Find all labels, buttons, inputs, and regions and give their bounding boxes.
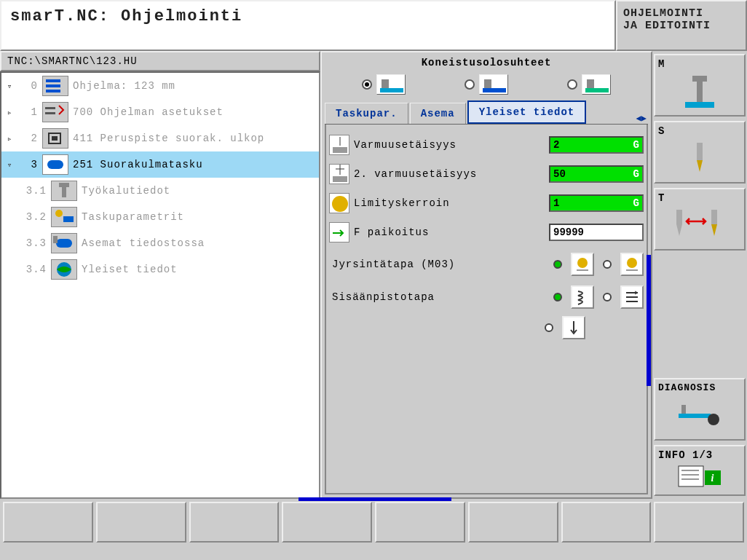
tree-toggle[interactable]: ▹ xyxy=(4,134,15,143)
tab-scroll-arrows[interactable]: ◀▶ xyxy=(635,113,648,124)
softkey-4[interactable] xyxy=(282,502,372,543)
tree-label: Ohjelma: 123 mm xyxy=(73,80,175,92)
tree-item-pocket[interactable]: ▿ 3 251 Suorakulmatasku xyxy=(1,151,319,178)
safety-dist-icon xyxy=(329,135,349,155)
svg-rect-34 xyxy=(676,210,682,224)
s-button[interactable]: S xyxy=(654,121,746,184)
svg-point-27 xyxy=(577,258,588,268)
svg-rect-6 xyxy=(52,136,58,141)
diagnosis-button[interactable]: DIAGNOSIS xyxy=(654,378,746,441)
parameter-panel: Koneistusolosuhteet Taskupar. Asema Ylei… xyxy=(320,51,652,499)
softkey-5[interactable] xyxy=(375,502,465,543)
svg-rect-33 xyxy=(697,143,703,160)
positions-icon xyxy=(51,233,77,253)
svg-rect-36 xyxy=(679,414,711,418)
svg-rect-3 xyxy=(45,107,55,109)
plunge-helix-icon[interactable] xyxy=(571,285,594,309)
milling-label: Jyrsintätapa (M03) xyxy=(329,259,549,270)
tree-item-settings[interactable]: ▹ 1 700 Ohjelman asetukset xyxy=(1,99,319,125)
milling-conv-radio[interactable] xyxy=(603,260,612,269)
tree-num: 2 xyxy=(15,133,42,144)
radio-icon xyxy=(567,79,577,90)
softkey-3[interactable] xyxy=(189,502,280,543)
svg-rect-38 xyxy=(681,405,686,414)
mode-option-1[interactable] xyxy=(362,74,406,95)
softkey-6[interactable] xyxy=(468,502,558,543)
tab-bar: Taskupar. Asema Yleiset tiedot ◀▶ xyxy=(325,100,648,125)
program-tree: ▿ 0 Ohjelma: 123 mm ▹ 1 700 Ohjelman ase… xyxy=(0,71,320,499)
tree-num: 1 xyxy=(15,106,42,118)
svg-rect-2 xyxy=(46,90,60,92)
svg-rect-4 xyxy=(45,112,55,114)
svg-rect-20 xyxy=(587,79,594,88)
svg-rect-11 xyxy=(63,216,74,222)
tree-item-datum[interactable]: ▹ 2 411 Peruspiste suorak. ulkop xyxy=(1,125,319,151)
mode-option-3[interactable] xyxy=(567,74,611,95)
plunge-vert-icon[interactable] xyxy=(562,316,585,339)
tree-label: 411 Peruspiste suorak. ulkop xyxy=(73,133,264,144)
svg-rect-19 xyxy=(585,88,609,92)
tree-label: 251 Suorakulmatasku xyxy=(73,159,203,170)
svg-rect-39 xyxy=(679,466,703,486)
tree-item-taskupar[interactable]: 3.2 Taskuparametrit xyxy=(1,204,319,230)
fpos-input[interactable]: 99999 xyxy=(549,224,644,241)
tab-taskupar[interactable]: Taskupar. xyxy=(325,103,408,124)
plunge-ramp-icon[interactable] xyxy=(620,285,644,309)
svg-rect-21 xyxy=(333,147,347,153)
tool-change-icon xyxy=(658,204,741,246)
plunge-helix-radio[interactable] xyxy=(553,293,562,301)
param-row-overlap: Limityskerroin 1 G xyxy=(329,189,644,218)
mode-option-2[interactable] xyxy=(465,74,508,95)
plunge-row-2 xyxy=(329,312,644,343)
svg-point-26 xyxy=(332,196,348,212)
t-button[interactable]: T xyxy=(654,188,746,251)
tab-yleiset[interactable]: Yleiset tiedot xyxy=(467,100,587,124)
svg-rect-23 xyxy=(333,176,347,182)
g-suffix: G xyxy=(633,168,639,180)
softkey-1[interactable] xyxy=(3,502,93,543)
milling-climb-icon[interactable] xyxy=(571,253,594,276)
tree-item-tool[interactable]: 3.1 Työkalutiedot xyxy=(1,178,319,204)
value-text: 99999 xyxy=(553,226,584,238)
safety-dist-input[interactable]: 2 G xyxy=(549,136,644,154)
softkey-7[interactable] xyxy=(561,502,652,543)
mode-button[interactable]: OHJELMOINTI JA EDITOINTI xyxy=(616,0,747,51)
softkey-2[interactable] xyxy=(96,502,186,543)
plunge-vert-radio[interactable] xyxy=(545,323,553,332)
s-label: S xyxy=(658,125,741,137)
milling-climb-radio[interactable] xyxy=(553,260,562,269)
tab-asema[interactable]: Asema xyxy=(410,103,466,124)
info-button[interactable]: INFO 1/3 i xyxy=(654,445,746,496)
tree-item-program[interactable]: ▿ 0 Ohjelma: 123 mm xyxy=(1,73,319,99)
info-icon: i xyxy=(658,461,741,492)
softkey-8[interactable] xyxy=(654,502,744,543)
t-label: T xyxy=(658,192,741,204)
tree-num: 3.4 xyxy=(23,264,51,275)
milling-conv-icon[interactable] xyxy=(620,253,644,276)
scrollbar-indicator[interactable] xyxy=(647,255,651,386)
svg-text:i: i xyxy=(711,473,715,484)
overlap-input[interactable]: 1 G xyxy=(549,194,644,212)
m-button[interactable]: M xyxy=(654,54,746,117)
svg-point-37 xyxy=(708,414,719,425)
tree-toggle[interactable]: ▿ xyxy=(4,82,15,91)
tree-toggle[interactable]: ▿ xyxy=(4,160,15,170)
param-row-safety: Varmuusetäisyys 2 G xyxy=(329,130,644,159)
svg-rect-32 xyxy=(692,76,707,82)
g-suffix: G xyxy=(633,197,639,209)
svg-rect-16 xyxy=(382,79,389,88)
tree-num: 3 xyxy=(15,159,42,170)
svg-rect-18 xyxy=(484,79,491,88)
form-area: Varmuusetäisyys 2 G 2. varmuusetäisyys 5… xyxy=(325,125,648,494)
tree-item-global[interactable]: 3.4 Yleiset tiedot xyxy=(1,256,319,283)
panel-title: Koneistusolosuhteet xyxy=(325,55,648,73)
svg-rect-7 xyxy=(47,160,63,169)
tree-toggle[interactable]: ▹ xyxy=(4,108,15,117)
safety-dist2-input[interactable]: 50 G xyxy=(549,165,644,183)
g-suffix: G xyxy=(633,139,639,151)
svg-rect-30 xyxy=(685,102,714,108)
svg-rect-9 xyxy=(62,187,66,197)
plunge-ramp-radio[interactable] xyxy=(603,293,612,301)
tree-item-positions[interactable]: 3.3 Asemat tiedostossa xyxy=(1,230,319,256)
tree-num: 3.1 xyxy=(23,185,51,197)
